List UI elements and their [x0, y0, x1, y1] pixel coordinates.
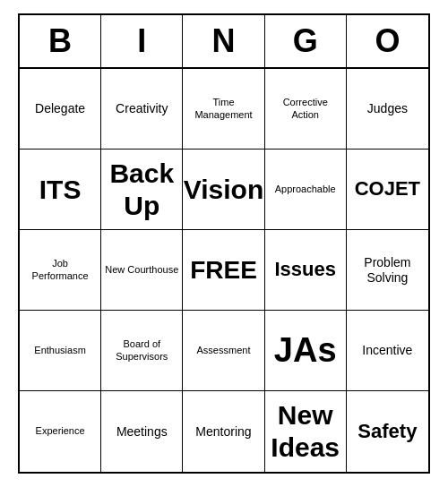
bingo-cell-4-0: Experience [20, 391, 101, 472]
cell-text: Job Performance [23, 258, 97, 281]
bingo-cell-4-3: New Ideas [265, 391, 347, 472]
bingo-cell-3-4: Incentive [347, 311, 428, 391]
bingo-cell-2-3: Issues [265, 230, 347, 311]
bingo-cell-0-0: Delegate [20, 69, 101, 150]
bingo-cell-1-4: COJET [347, 150, 428, 230]
bingo-cell-1-0: ITS [20, 150, 101, 230]
cell-text: Corrective Action [269, 97, 342, 120]
bingo-cell-2-1: New Courthouse [101, 230, 183, 311]
cell-text: Board of Supervisors [105, 338, 178, 362]
cell-text: Problem Solving [350, 255, 425, 286]
bingo-header: BINGO [20, 15, 428, 69]
bingo-cell-1-3: Approachable [265, 150, 347, 230]
bingo-cell-3-1: Board of Supervisors [101, 311, 183, 391]
bingo-cell-3-3: JAs [265, 311, 347, 391]
bingo-cell-1-2: Vision [183, 150, 264, 230]
cell-text: Issues [274, 258, 336, 281]
cell-text: JAs [274, 330, 337, 372]
bingo-letter-B: B [20, 15, 101, 67]
bingo-cell-1-1: Back Up [101, 150, 183, 230]
bingo-card: BINGO DelegateCreativityTime ManagementC… [18, 13, 430, 474]
bingo-cell-0-4: Judges [347, 69, 428, 150]
cell-text: COJET [355, 177, 420, 201]
bingo-cell-0-1: Creativity [101, 69, 183, 150]
cell-text: Delegate [35, 101, 85, 116]
cell-text: Creativity [116, 101, 168, 116]
bingo-letter-I: I [101, 15, 183, 67]
cell-text: Vision [184, 174, 263, 206]
cell-text: Meetings [116, 424, 168, 440]
cell-text: Enthusiasm [34, 345, 85, 356]
bingo-cell-0-3: Corrective Action [265, 69, 347, 150]
cell-text: Assessment [197, 345, 251, 356]
cell-text: FREE [190, 255, 257, 286]
cell-text: Incentive [362, 343, 412, 358]
cell-text: Experience [36, 425, 85, 437]
cell-text: Safety [358, 420, 417, 443]
bingo-cell-3-0: Enthusiasm [20, 311, 101, 391]
bingo-grid: DelegateCreativityTime ManagementCorrect… [20, 69, 428, 472]
cell-text: New Courthouse [105, 264, 178, 276]
cell-text: ITS [39, 174, 82, 206]
bingo-cell-4-4: Safety [347, 391, 428, 472]
cell-text: Time Management [186, 97, 260, 120]
bingo-cell-4-1: Meetings [101, 391, 183, 472]
bingo-cell-4-2: Mentoring [183, 391, 264, 472]
cell-text: New Ideas [269, 399, 342, 464]
bingo-letter-O: O [347, 15, 428, 67]
bingo-cell-0-2: Time Management [183, 69, 264, 150]
bingo-cell-3-2: Assessment [183, 311, 264, 391]
bingo-cell-2-4: Problem Solving [347, 230, 428, 311]
bingo-cell-2-0: Job Performance [20, 230, 101, 311]
cell-text: Mentoring [195, 424, 251, 440]
cell-text: Judges [367, 101, 408, 116]
cell-text: Approachable [275, 184, 336, 195]
bingo-cell-2-2: FREE [183, 230, 264, 311]
bingo-letter-G: G [265, 15, 347, 67]
cell-text: Back Up [105, 158, 178, 222]
bingo-letter-N: N [183, 15, 264, 67]
